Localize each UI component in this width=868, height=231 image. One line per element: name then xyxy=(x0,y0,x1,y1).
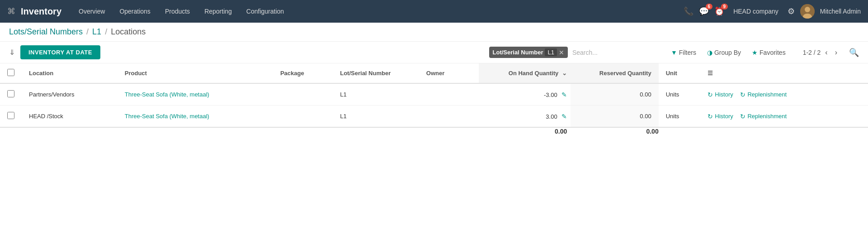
grid-icon[interactable]: ⌘ xyxy=(7,6,15,16)
history-icon-0: ↻ xyxy=(708,91,713,98)
settings-icon[interactable]: ⚙ xyxy=(788,6,795,16)
prev-page-button[interactable]: ‹ xyxy=(822,48,830,58)
username: Mitchell Admin xyxy=(820,8,861,15)
replenishment-button-0[interactable]: ↻ Replenishment xyxy=(740,91,787,98)
col-header-actions: ☰ xyxy=(700,63,868,83)
activity-badge: 9 xyxy=(721,4,728,10)
inventory-table: Location Product Package Lot/Serial Numb… xyxy=(0,63,868,135)
column-settings-icon[interactable]: ☰ xyxy=(708,70,713,77)
col-header-owner[interactable]: Owner xyxy=(419,63,479,83)
col-header-reserved[interactable]: Reserved Quantity xyxy=(571,63,658,83)
inventory-date-button[interactable]: INVENTORY AT DATE xyxy=(20,45,100,59)
cell-actions-1: ↻ History ↻ Replenishment xyxy=(700,106,868,128)
footer-reserved-total: 0.00 xyxy=(571,127,658,135)
table-footer-row: 0.00 0.00 xyxy=(0,127,868,135)
breadcrumb-middle[interactable]: L1 xyxy=(92,27,101,37)
replenishment-icon-0: ↻ xyxy=(740,91,745,98)
next-page-button[interactable]: › xyxy=(832,48,840,58)
footer-onhand-total: 0.00 xyxy=(479,127,571,135)
sort-icon: ⌄ xyxy=(562,70,567,77)
select-all-header[interactable] xyxy=(0,63,22,83)
nav-products[interactable]: Products xyxy=(159,4,196,19)
col-header-lot[interactable]: Lot/Serial Number xyxy=(333,63,419,83)
table-header-row: Location Product Package Lot/Serial Numb… xyxy=(0,63,868,83)
search-tag-label: Lot/Serial Number xyxy=(493,49,543,56)
toolbar: ⇓ INVENTORY AT DATE Lot/Serial Number L1… xyxy=(0,42,868,63)
breadcrumb-root[interactable]: Lots/Serial Numbers xyxy=(9,27,83,37)
cell-package-0 xyxy=(273,83,333,106)
product-link-1[interactable]: Three-Seat Sofa (White, metaal) xyxy=(125,113,209,120)
filters-button[interactable]: ▼ Filters xyxy=(666,46,701,59)
breadcrumb-sep1: / xyxy=(86,27,89,37)
history-label-1: History xyxy=(715,113,733,120)
star-icon: ★ xyxy=(752,49,758,56)
breadcrumb-current: Locations xyxy=(111,27,146,37)
cell-unit-0: Units xyxy=(659,83,701,106)
history-button-0[interactable]: ↻ History xyxy=(708,91,733,98)
history-icon-1: ↻ xyxy=(708,113,713,120)
cell-product-1: Three-Seat Sofa (White, metaal) xyxy=(118,106,273,128)
replenishment-label-1: Replenishment xyxy=(747,113,787,120)
phone-icon[interactable]: 📞 xyxy=(684,6,693,16)
nav-configuration[interactable]: Configuration xyxy=(240,4,290,19)
cell-product-0: Three-Seat Sofa (White, metaal) xyxy=(118,83,273,106)
cell-onhand-0: -3.00 ✎ xyxy=(479,83,571,106)
col-header-product[interactable]: Product xyxy=(118,63,273,83)
top-navigation: ⌘ Inventory Overview Operations Products… xyxy=(0,0,868,23)
nav-overview[interactable]: Overview xyxy=(72,4,111,19)
search-tag-close-icon[interactable]: ✕ xyxy=(559,49,564,56)
activity-icon[interactable]: ⏰ 9 xyxy=(714,6,724,16)
groupby-button[interactable]: ◑ Group By xyxy=(703,46,745,59)
cell-lot-0: L1 xyxy=(333,83,419,106)
replenishment-icon-1: ↻ xyxy=(740,113,745,120)
download-icon[interactable]: ⇓ xyxy=(9,48,15,57)
pagination: 1-2 / 2 ‹ › xyxy=(803,48,840,58)
replenishment-label-0: Replenishment xyxy=(747,91,787,98)
search-tag: Lot/Serial Number L1 ✕ xyxy=(489,47,568,58)
filter-icon: ▼ xyxy=(671,49,677,56)
favorites-label: Favorites xyxy=(760,49,786,56)
cell-actions-0: ↻ History ↻ Replenishment xyxy=(700,83,868,106)
col-header-onhand[interactable]: On Hand Quantity ⌄ xyxy=(479,63,571,83)
breadcrumb: Lots/Serial Numbers / L1 / Locations xyxy=(0,23,868,42)
cell-location-0: Partners/Vendors xyxy=(22,83,118,106)
messaging-icon[interactable]: 💬 6 xyxy=(699,6,709,16)
svg-point-1 xyxy=(805,7,810,12)
nav-operations[interactable]: Operations xyxy=(113,4,156,19)
search-input[interactable] xyxy=(571,47,661,58)
groupby-icon: ◑ xyxy=(707,49,712,56)
filters-label: Filters xyxy=(679,49,696,56)
col-header-location[interactable]: Location xyxy=(22,63,118,83)
cell-location-1: HEAD /Stock xyxy=(22,106,118,128)
table-row: Partners/Vendors Three-Seat Sofa (White,… xyxy=(0,83,868,106)
history-label-0: History xyxy=(715,91,733,98)
cell-unit-1: Units xyxy=(659,106,701,128)
edit-onhand-icon-0[interactable]: ✎ xyxy=(561,91,567,98)
cell-reserved-1: 0.00 xyxy=(571,106,658,128)
edit-onhand-icon-1[interactable]: ✎ xyxy=(561,113,567,120)
col-header-unit[interactable]: Unit xyxy=(659,63,701,83)
nav-reporting[interactable]: Reporting xyxy=(198,4,238,19)
col-header-package[interactable]: Package xyxy=(273,63,333,83)
history-button-1[interactable]: ↻ History xyxy=(708,113,733,120)
pagination-text: 1-2 / 2 xyxy=(803,49,821,56)
cell-owner-1 xyxy=(419,106,479,128)
app-brand: Inventory xyxy=(21,6,61,17)
table-row: HEAD /Stock Three-Seat Sofa (White, meta… xyxy=(0,106,868,128)
cell-owner-0 xyxy=(419,83,479,106)
select-all-checkbox[interactable] xyxy=(7,69,14,76)
avatar[interactable] xyxy=(800,4,815,19)
product-link-0[interactable]: Three-Seat Sofa (White, metaal) xyxy=(125,91,209,98)
breadcrumb-sep2: / xyxy=(105,27,107,37)
cell-reserved-0: 0.00 xyxy=(571,83,658,106)
search-area: Lot/Serial Number L1 ✕ xyxy=(489,47,661,58)
search-magnifier-icon[interactable]: 🔍 xyxy=(849,48,859,58)
messaging-badge: 6 xyxy=(706,4,713,10)
cell-lot-1: L1 xyxy=(333,106,419,128)
replenishment-button-1[interactable]: ↻ Replenishment xyxy=(740,113,787,120)
row-checkbox-0[interactable] xyxy=(7,90,14,97)
cell-package-1 xyxy=(273,106,333,128)
filter-group: ▼ Filters ◑ Group By ★ Favorites xyxy=(666,46,790,59)
row-checkbox-1[interactable] xyxy=(7,112,14,119)
favorites-button[interactable]: ★ Favorites xyxy=(747,46,790,59)
